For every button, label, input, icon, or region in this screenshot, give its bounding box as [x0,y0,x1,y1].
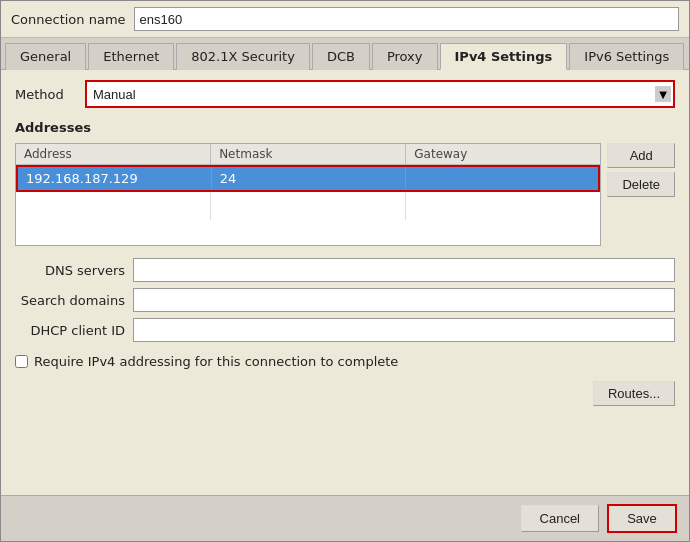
dns-input[interactable] [133,258,675,282]
connection-name-label: Connection name [11,12,126,27]
method-row: Method Manual Automatic (DHCP) Link-Loca… [15,80,675,108]
table-empty-row-1 [16,192,600,220]
col-address: Address [16,144,211,164]
cell-address: 192.168.187.129 [18,167,212,190]
bottom-bar: Cancel Save [1,495,689,541]
table-buttons: Add Delete [607,143,675,197]
tab-general[interactable]: General [5,43,86,70]
network-connection-window: Connection name General Ethernet 802.1X … [0,0,690,542]
form-fields: DNS servers Search domains DHCP client I… [15,258,675,342]
delete-button[interactable]: Delete [607,172,675,197]
addresses-table-container: Address Netmask Gateway 192.168.187.129 … [15,143,675,246]
routes-row: Routes... [15,381,675,406]
tab-proxy[interactable]: Proxy [372,43,438,70]
method-select-wrapper: Manual Automatic (DHCP) Link-Local Only … [85,80,675,108]
dhcp-label: DHCP client ID [15,323,125,338]
tab-ethernet[interactable]: Ethernet [88,43,174,70]
ipv4-settings-content: Method Manual Automatic (DHCP) Link-Loca… [1,70,689,495]
save-button[interactable]: Save [607,504,677,533]
col-gateway: Gateway [406,144,600,164]
routes-button[interactable]: Routes... [593,381,675,406]
table-header: Address Netmask Gateway [16,144,600,165]
addresses-section-title: Addresses [15,120,675,135]
col-netmask: Netmask [211,144,406,164]
add-button[interactable]: Add [607,143,675,168]
cell-netmask: 24 [212,167,406,190]
dns-label: DNS servers [15,263,125,278]
addresses-table: Address Netmask Gateway 192.168.187.129 … [15,143,601,246]
checkbox-row: Require IPv4 addressing for this connect… [15,354,675,369]
tab-ipv4[interactable]: IPv4 Settings [440,43,568,70]
tabs-bar: General Ethernet 802.1X Security DCB Pro… [1,38,689,70]
search-input[interactable] [133,288,675,312]
cancel-button[interactable]: Cancel [521,505,599,532]
tab-8021x[interactable]: 802.1X Security [176,43,310,70]
tab-dcb[interactable]: DCB [312,43,370,70]
search-label: Search domains [15,293,125,308]
require-ipv4-checkbox[interactable] [15,355,28,368]
method-select[interactable]: Manual Automatic (DHCP) Link-Local Only … [85,80,675,108]
dhcp-row: DHCP client ID [15,318,675,342]
table-body: 192.168.187.129 24 [16,165,600,245]
connection-name-bar: Connection name [1,1,689,38]
dns-row: DNS servers [15,258,675,282]
tab-ipv6[interactable]: IPv6 Settings [569,43,684,70]
search-row: Search domains [15,288,675,312]
cell-gateway [406,167,599,190]
connection-name-input[interactable] [134,7,679,31]
table-row[interactable]: 192.168.187.129 24 [16,165,600,192]
method-label: Method [15,87,75,102]
checkbox-label: Require IPv4 addressing for this connect… [34,354,398,369]
dhcp-input[interactable] [133,318,675,342]
